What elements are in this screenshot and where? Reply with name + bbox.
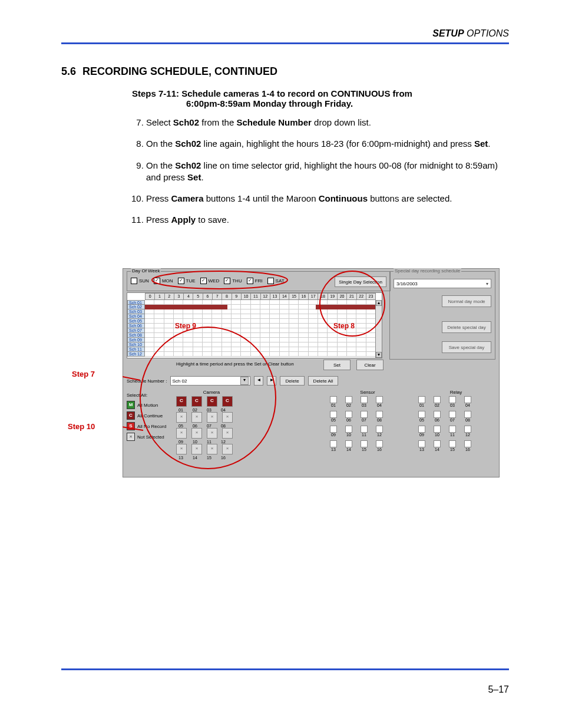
svg-line-3 [123, 373, 140, 380]
callout-step7: Step 7 [72, 370, 95, 378]
step-9: On the Sch02 line on time selector grid,… [146, 160, 509, 184]
svg-point-0 [152, 271, 287, 289]
step-7: Select Sch02 from the Schedule Number dr… [146, 117, 509, 129]
callout-overlay [123, 268, 500, 477]
svg-point-1 [320, 271, 385, 336]
footer-rule [61, 668, 509, 670]
svg-point-2 [140, 327, 276, 469]
section-heading: 5.6RECORDING SCHEDULE, CONTINUED [61, 65, 509, 78]
step-11: Press Apply to save. [146, 214, 509, 226]
step-10: Press Camera buttons 1-4 until the Maroo… [146, 193, 509, 205]
svg-line-4 [123, 425, 143, 430]
header-rule [61, 42, 509, 44]
page-header: SETUP OPTIONS [61, 28, 509, 39]
callout-step10: Step 10 [68, 422, 95, 431]
steps-list: Select Sch02 from the Schedule Number dr… [132, 117, 509, 226]
page-number: 5–17 [488, 684, 509, 695]
steps-title: Steps 7-11: Schedule cameras 1-4 to reco… [132, 88, 509, 108]
step-8: On the Sch02 line again, highlight the h… [146, 138, 509, 150]
